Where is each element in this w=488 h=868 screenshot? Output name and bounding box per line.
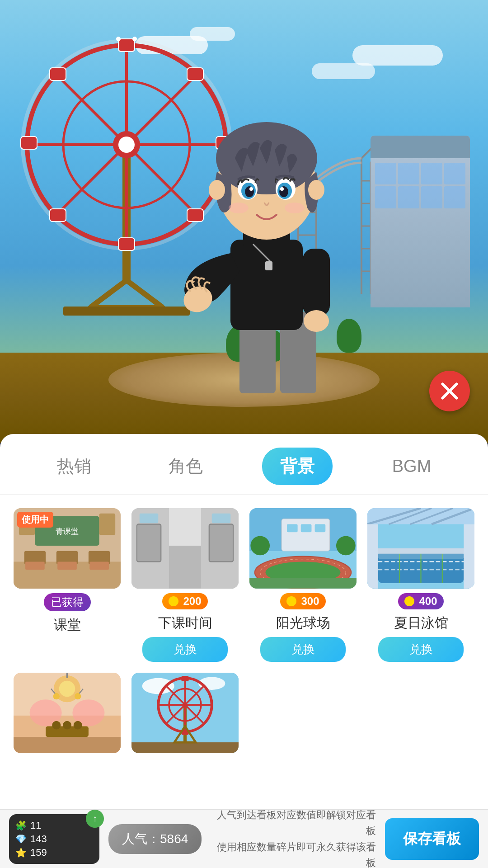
save-button[interactable]: 保存看板 [385,818,479,860]
svg-rect-21 [118,238,135,250]
background-grid: 使用中 青课堂 [0,495,488,767]
info-line-1: 人气到达看板对应数值即解锁对应看板 [211,807,376,839]
svg-rect-148 [131,742,239,753]
price-badge-pool: 400 [398,593,443,609]
svg-rect-125 [14,737,121,753]
svg-point-51 [209,180,225,200]
stat-row-2: 💎 143 [15,833,93,845]
svg-marker-3 [90,280,163,307]
svg-rect-93 [315,524,326,533]
item-label-pool: 夏日泳馆 [394,614,448,632]
thumb-ferris-bg [131,673,239,753]
svg-rect-74 [99,514,116,535]
svg-rect-41 [230,240,303,330]
thumb-classroom: 使用中 青课堂 [14,508,121,589]
cloud-4 [312,63,375,79]
building-right [371,136,470,307]
svg-rect-146 [181,676,189,681]
svg-point-19 [116,37,121,41]
svg-rect-113 [375,548,466,554]
svg-point-60 [280,187,284,191]
svg-rect-18 [118,39,135,52]
tab-character[interactable]: 角色 [150,448,221,485]
svg-rect-87 [212,514,230,523]
thumb-pool [367,508,474,589]
svg-point-129 [52,721,61,729]
grid-item-ferris-bg[interactable] [131,673,239,753]
popularity-label: 人气：5864 [122,832,188,846]
exchange-btn-sports[interactable]: 兑换 [260,637,346,662]
stat-row-3: ⭐ 159 [15,847,93,859]
svg-rect-46 [303,249,330,316]
grid-item-cafe[interactable] [14,673,121,753]
svg-rect-91 [287,524,298,533]
info-text: 人气到达看板对应数值即解锁对应看板 使用相应数量碎片即可永久获得该看板 [211,807,376,868]
exchange-btn-pool[interactable]: 兑换 [378,637,464,662]
svg-point-122 [53,693,60,699]
tab-bar: 热销 角色 背景 BGM [0,434,488,495]
svg-rect-44 [265,261,272,270]
tab-hot[interactable]: 热销 [39,448,109,485]
thumb-cafe [14,673,121,753]
svg-rect-26 [50,209,66,222]
cloud-3 [352,45,443,66]
svg-rect-114 [367,524,378,589]
svg-line-11 [56,74,127,145]
svg-rect-115 [464,524,474,589]
svg-rect-25 [187,68,203,80]
svg-point-130 [63,721,71,729]
svg-rect-86 [140,514,158,523]
svg-rect-101 [367,508,474,524]
in-use-badge: 使用中 [17,512,53,528]
stat-row-1: 🧩 11 [15,820,93,831]
svg-rect-84 [137,524,161,562]
level-badge: ↑ [86,810,104,828]
svg-rect-70 [89,562,109,570]
popularity-badge: 人气：5864 [108,824,202,854]
price-badge-after-class: 200 [162,593,207,609]
svg-point-97 [250,536,270,556]
svg-rect-24 [50,68,66,80]
svg-point-20 [132,37,137,41]
svg-point-133 [142,678,174,694]
stat3-value: 159 [30,847,47,859]
item-label-classroom: 课堂 [54,616,81,634]
grid-item-after-class[interactable]: 200 下课时间 兑换 [131,508,239,662]
tab-bgm[interactable]: BGM [374,449,450,483]
svg-text:青课堂: 青课堂 [56,527,79,536]
item-label-sports: 阳光球场 [276,614,330,632]
svg-line-14 [56,145,127,215]
grid-item-classroom[interactable]: 使用中 青课堂 [14,508,121,662]
avatar-character [172,90,352,398]
svg-point-47 [304,310,329,332]
thumb-after-class [131,508,239,589]
svg-point-98 [336,536,356,556]
status-bar: 🧩 11 💎 143 ⭐ 159 ↑ 人气：5864 人气到达看板对应数值即解锁… [0,809,488,868]
tab-background[interactable]: 背景 [262,448,333,485]
svg-point-62 [285,203,305,213]
grid-item-sports[interactable]: 300 阳光球场 兑换 [249,508,357,662]
exchange-btn-after-class[interactable]: 兑换 [142,637,228,662]
svg-point-123 [75,693,81,699]
svg-point-56 [249,187,253,191]
scene-area [0,0,488,443]
svg-rect-92 [301,524,312,533]
svg-rect-4 [63,307,190,316]
svg-point-52 [308,180,324,200]
svg-point-17 [118,137,135,153]
user-stats-panel: 🧩 11 💎 143 ⭐ 159 ↑ [9,814,99,864]
svg-rect-99 [249,578,357,589]
svg-point-118 [59,681,75,697]
price-badge-sports: 300 [280,593,325,609]
grid-item-pool[interactable]: 400 夏日泳馆 兑换 [367,508,474,662]
svg-point-131 [74,721,82,729]
acquired-badge: 已获得 [44,593,91,611]
svg-point-61 [229,203,249,213]
item-label-after-class: 下课时间 [158,614,212,632]
svg-rect-69 [57,562,77,570]
stat2-value: 143 [30,833,47,845]
close-button[interactable] [429,371,470,411]
svg-rect-68 [25,562,45,570]
svg-rect-22 [21,137,37,149]
bottom-panel: 热销 角色 背景 BGM 使用中 [0,434,488,868]
